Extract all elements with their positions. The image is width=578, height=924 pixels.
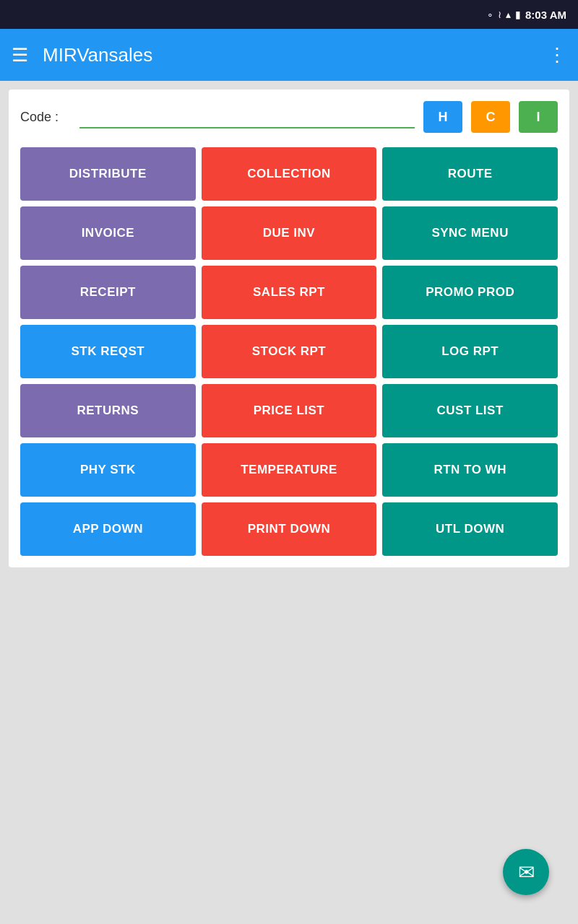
main-content: Code : H C I DISTRIBUTECOLLECTIONROUTEIN… [9, 90, 569, 567]
grid-button-rtn-to-wh[interactable]: RTN TO WH [382, 443, 558, 497]
grid-button-promo-prod[interactable]: PROMO PROD [382, 266, 558, 319]
signal-icon: ▴ [506, 9, 511, 20]
grid-button-returns[interactable]: RETURNS [20, 384, 196, 437]
grid-button-sales-rpt[interactable]: SALES RPT [202, 266, 377, 319]
grid-button-collection[interactable]: COLLECTION [202, 147, 377, 201]
status-time: 8:03 AM [525, 9, 566, 21]
message-fab-button[interactable]: ✉ [503, 849, 549, 895]
grid-button-due-inv[interactable]: DUE INV [202, 206, 377, 260]
grid-button-price-list[interactable]: PRICE LIST [202, 384, 377, 437]
grid-button-temperature[interactable]: TEMPERATURE [202, 443, 377, 497]
grid-button-route[interactable]: ROUTE [382, 147, 558, 201]
grid-button-print-down[interactable]: PRINT DOWN [202, 502, 377, 556]
app-bar: ☰ MIRVansales ⋮ [0, 29, 578, 81]
grid-button-utl-down[interactable]: UTL DOWN [382, 502, 558, 556]
code-input[interactable] [79, 106, 415, 128]
grid-button-invoice[interactable]: INVOICE [20, 206, 196, 260]
grid-button-distribute[interactable]: DISTRIBUTE [20, 147, 196, 201]
grid-button-log-rpt[interactable]: LOG RPT [382, 325, 558, 378]
grid-button-cust-list[interactable]: CUST LIST [382, 384, 558, 437]
grid-button-phy-stk[interactable]: PHY STK [20, 443, 196, 497]
grid-button-app-down[interactable]: APP DOWN [20, 502, 196, 556]
more-options-icon[interactable]: ⋮ [548, 44, 566, 66]
code-label: Code : [20, 110, 71, 125]
message-icon: ✉ [518, 860, 535, 884]
grid-button-stock-rpt[interactable]: STOCK RPT [202, 325, 377, 378]
grid-button-receipt[interactable]: RECEIPT [20, 266, 196, 319]
app-title: MIRVansales [43, 44, 152, 66]
bluetooth-icon: ∘ [487, 9, 493, 20]
i-button[interactable]: I [519, 101, 558, 133]
c-button[interactable]: C [471, 101, 510, 133]
app-bar-left: ☰ MIRVansales [12, 44, 152, 66]
wifi-icon: ≀ [498, 9, 501, 20]
hamburger-menu-icon[interactable]: ☰ [12, 44, 28, 66]
h-button[interactable]: H [423, 101, 462, 133]
grid-button-sync-menu[interactable]: SYNC MENU [382, 206, 558, 260]
grid-button-stk-reqst[interactable]: STK REQST [20, 325, 196, 378]
status-icons: ∘ ≀ ▴ ▮ 8:03 AM [487, 9, 566, 21]
code-row: Code : H C I [20, 101, 558, 133]
button-grid: DISTRIBUTECOLLECTIONROUTEINVOICEDUE INVS… [20, 147, 558, 556]
battery-icon: ▮ [515, 9, 521, 20]
status-bar: ∘ ≀ ▴ ▮ 8:03 AM [0, 0, 578, 29]
